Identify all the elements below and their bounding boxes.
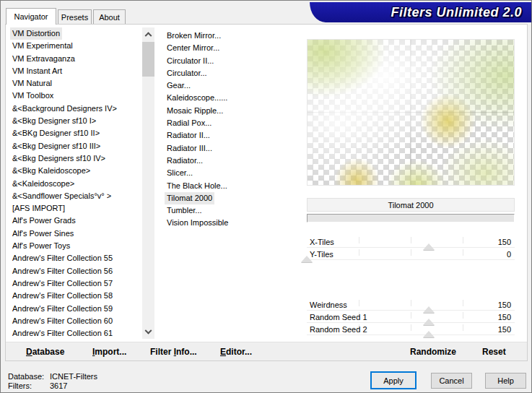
slider-tick	[411, 312, 411, 319]
tab-presets[interactable]: Presets	[58, 9, 92, 24]
filter-item[interactable]: Radiator III...	[161, 142, 302, 155]
filter-list[interactable]: Broken Mirror...Center Mirror...Circulat…	[161, 27, 302, 339]
filter-item[interactable]: Circulator...	[161, 67, 302, 79]
filter-item[interactable]: Radiator II...	[161, 129, 302, 142]
filter-preview[interactable]	[307, 39, 515, 186]
filter-item[interactable]: Gear...	[161, 79, 302, 92]
category-item[interactable]: Andrew's Filter Collection 61	[6, 327, 142, 339]
slider-thumb[interactable]	[423, 319, 435, 325]
filter-item[interactable]: Broken Mirror...	[161, 30, 302, 42]
category-item-label: &<Bkg Designer sf10 III>	[10, 140, 103, 152]
filter-item-label: Vision Impossible	[165, 217, 230, 229]
category-list[interactable]: VM DistortionVM ExperimentalVM Extravaga…	[6, 27, 142, 339]
category-item-label: VM Toolbox	[10, 90, 56, 102]
slider-value: 150	[498, 238, 511, 246]
filter-item-label: Circulator II...	[165, 55, 216, 67]
slider-tick	[463, 300, 463, 306]
editor-button[interactable]: Editor...	[220, 342, 252, 361]
filter-item[interactable]: Tumbler...	[161, 204, 302, 217]
category-item[interactable]: Andrew's Filter Collection 55	[6, 252, 142, 264]
slider-random-seed-2[interactable]: Random Seed 2150	[307, 324, 515, 335]
randomize-button[interactable]: Randomize	[410, 342, 456, 361]
category-item[interactable]: VM Experimental	[6, 40, 142, 52]
database-button[interactable]: Database	[26, 342, 64, 361]
scrollbar-thumb[interactable]	[142, 42, 154, 77]
slider-thumb[interactable]	[301, 256, 313, 262]
category-list-scrollbar[interactable]	[142, 27, 154, 339]
category-item[interactable]: Andrew's Filter Collection 59	[6, 303, 142, 315]
filter-item[interactable]: The Black Hole...	[161, 180, 302, 192]
filter-item[interactable]: Circulator II...	[161, 55, 302, 67]
tab-navigator[interactable]: Navigator	[6, 8, 56, 25]
filter-item[interactable]: Mosaic Ripple...	[161, 105, 302, 117]
tab-about[interactable]: About	[93, 9, 126, 24]
slider-random-seed-1[interactable]: Random Seed 1150	[307, 311, 515, 323]
category-item[interactable]: Alf's Power Toys	[6, 240, 142, 252]
filter-item[interactable]: Vision Impossible	[161, 217, 302, 229]
filter-item[interactable]: Radial Pox...	[161, 117, 302, 129]
category-item[interactable]: VM Instant Art	[6, 65, 142, 77]
filter-item-label: Tumbler...	[165, 204, 204, 217]
category-item[interactable]: Alf's Power Grads	[6, 215, 142, 227]
reset-button[interactable]: Reset	[482, 342, 506, 361]
category-item[interactable]: &<Bkg Kaleidoscope>	[6, 165, 142, 177]
category-item-label: &<Background Designers IV>	[10, 103, 119, 115]
slider-value: 0	[507, 250, 511, 259]
tab-presets-label: Presets	[61, 13, 88, 22]
slider-thumb[interactable]	[423, 306, 435, 313]
category-item[interactable]: Alf's Power Sines	[6, 228, 142, 240]
category-item[interactable]: &<BKg Designer sf10 II>	[6, 127, 142, 139]
filter-item-label: Center Mirror...	[165, 42, 222, 54]
category-item[interactable]: [AFS IMPORT]	[6, 202, 142, 215]
slider-thumb[interactable]	[423, 243, 435, 250]
filter-item[interactable]: Center Mirror...	[161, 42, 302, 54]
bottom-toolbar: DatabaseImport...Filter Info...Editor...…	[6, 342, 527, 360]
scroll-down-button[interactable]	[142, 327, 154, 339]
slider-tick	[463, 249, 463, 256]
slider-tick	[411, 237, 411, 243]
category-item[interactable]: &<Background Designers IV>	[6, 103, 142, 115]
category-item[interactable]: Andrew's Filter Collection 57	[6, 277, 142, 290]
import-button[interactable]: Import...	[92, 342, 126, 361]
filter-item-label: Radiator II...	[165, 129, 212, 142]
cancel-button[interactable]: Cancel	[431, 373, 472, 389]
app-title: Filters Unlimited 2.0	[391, 5, 522, 20]
category-item[interactable]: &<Bkg Designer sf10 III>	[6, 140, 142, 152]
filter-item[interactable]: Slicer...	[161, 167, 302, 179]
filter-item-label: Tilomat 2000	[165, 192, 214, 204]
category-item[interactable]: &<Bkg Designers sf10 IV>	[6, 152, 142, 165]
slider-y-tiles[interactable]: Y-Tiles0	[307, 249, 515, 260]
slider-thumb[interactable]	[423, 331, 435, 337]
category-item[interactable]: VM Natural	[6, 77, 142, 90]
category-item-label: Andrew's Filter Collection 57	[10, 277, 115, 290]
category-item[interactable]: &<Bkg Designer sf10 I>	[6, 115, 142, 127]
filters-count-value: 3617	[50, 381, 67, 390]
category-item-label: VM Extravaganza	[10, 53, 77, 65]
help-button[interactable]: Help	[485, 373, 526, 389]
filter-item[interactable]: Kaleidoscope......	[161, 92, 302, 104]
database-status-value: ICNET-Filters	[50, 372, 97, 381]
apply-button[interactable]: Apply	[370, 371, 417, 389]
category-item[interactable]: VM Extravaganza	[6, 53, 142, 65]
category-item[interactable]: Andrew's Filter Collection 56	[6, 265, 142, 277]
slider-x-tiles[interactable]: X-Tiles150	[307, 236, 515, 248]
chevron-up-icon	[145, 32, 152, 39]
category-item[interactable]: &<Kaleidoscope>	[6, 178, 142, 190]
scroll-up-button[interactable]	[142, 27, 154, 40]
category-item[interactable]: Andrew's Filter Collection 60	[6, 315, 142, 327]
filter-item[interactable]: Radiator...	[161, 155, 302, 167]
slider-label: Random Seed 2	[310, 325, 367, 334]
filter-item-label: Kaleidoscope......	[165, 92, 230, 104]
category-item[interactable]: &<Sandflower Specials°v° >	[6, 190, 142, 202]
filter-item-label: Radial Pox...	[165, 117, 214, 129]
category-item-label: Alf's Power Toys	[10, 240, 72, 252]
slider-weirdness[interactable]: Weirdness150	[307, 299, 515, 311]
slider-tick	[411, 300, 411, 306]
filter-item-label: The Black Hole...	[165, 180, 230, 192]
filter-info-button[interactable]: Filter Info...	[150, 342, 197, 361]
selected-filter-name: Tilomat 2000	[388, 201, 433, 210]
filter-item[interactable]: Tilomat 2000	[161, 192, 302, 204]
category-item[interactable]: VM Distortion	[6, 27, 142, 40]
category-item[interactable]: VM Toolbox	[6, 90, 142, 102]
category-item[interactable]: Andrew's Filter Collection 58	[6, 290, 142, 302]
